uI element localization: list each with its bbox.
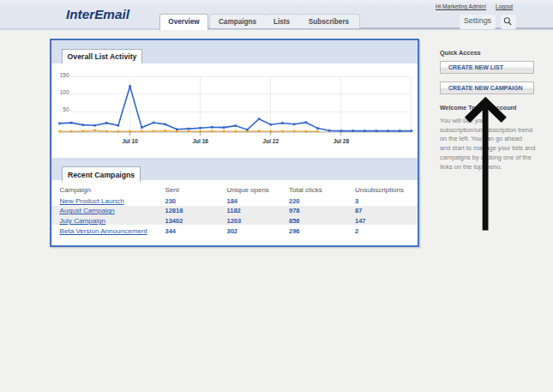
svg-text:100: 100 [60,89,69,95]
svg-text:Jul 22: Jul 22 [263,138,280,144]
svg-text:Jul 10: Jul 10 [122,138,138,144]
svg-text:50: 50 [63,106,69,112]
svg-text:Jul 28: Jul 28 [334,138,350,144]
svg-text:Jul 16: Jul 16 [192,138,208,144]
svg-text:150: 150 [60,72,69,78]
